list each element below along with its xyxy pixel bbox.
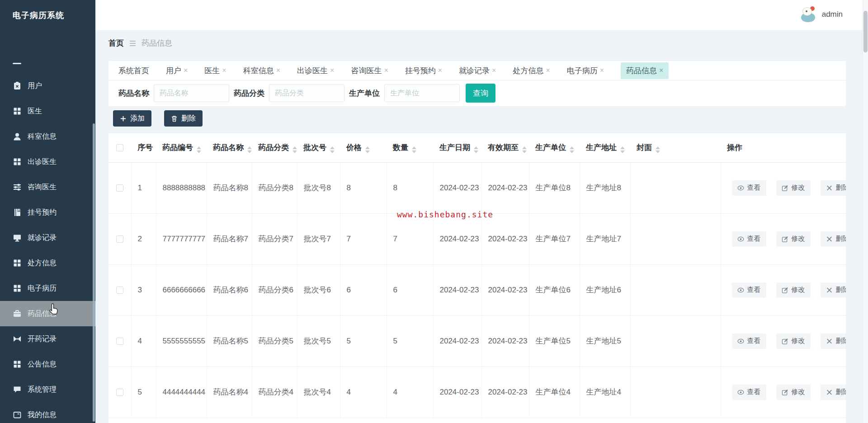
close-icon[interactable]: × [330,67,334,74]
tab-visiting-doctors[interactable]: 出诊医生× [297,66,334,76]
breadcrumb-home[interactable]: 首页 [108,38,124,48]
select-all-checkbox[interactable] [116,144,123,151]
sort-icon[interactable] [620,146,625,153]
sidebar-item-system[interactable]: 系统管理 [0,377,95,402]
sort-icon[interactable] [292,146,297,153]
app-title: 电子病历系统 [13,10,64,21]
sidebar-item-label: 公告信息 [28,360,57,369]
row-delete-button[interactable]: 删除 [821,282,846,298]
sidebar-item-users[interactable]: 用户 [0,73,95,99]
close-icon[interactable]: × [184,67,188,74]
eye-icon [737,185,744,191]
tab-emr[interactable]: 电子病历× [567,66,604,76]
add-button[interactable]: 添加 [113,110,151,127]
edit-icon [782,389,788,395]
sidebar-item-label: 出诊医生 [28,157,57,167]
tab-doctors[interactable]: 医生× [204,66,226,76]
table-row: 5 4444444444 药品名称4 药品分类4 批次号4 4 4 2024-0… [108,367,846,418]
table-row: 1 8888888888 药品名称8 药品分类8 批次号8 8 8 2024-0… [108,162,846,213]
tab-home[interactable]: 系统首页 [118,66,149,76]
sidebar-item-dispense-records[interactable]: 开药记录 [0,326,95,352]
view-button[interactable]: 查看 [732,180,766,196]
close-icon[interactable]: × [600,67,604,74]
tab-registration[interactable]: 挂号预约× [405,66,442,76]
query-button[interactable]: 查询 [466,84,495,103]
sidebar-item-consulting-doctors[interactable]: 咨询医生 [0,174,95,200]
row-delete-button[interactable]: 删除 [821,385,846,400]
drug-category-input[interactable] [269,84,344,102]
row-delete-button[interactable]: 删除 [821,231,846,247]
grid-icon [13,284,22,293]
col-qty: 数量 [387,133,433,162]
row-checkbox[interactable] [116,184,123,192]
grid-icon [13,157,22,166]
sidebar: 电子病历系统 用户 医生 科室信息 出诊医生 咨询医生 挂号预约 就诊记录 [0,0,95,423]
sidebar-scrollbar[interactable] [93,123,95,422]
row-checkbox[interactable] [116,287,123,294]
edit-button[interactable]: 修改 [776,334,811,349]
edit-button[interactable]: 修改 [776,282,811,298]
close-icon[interactable]: × [546,67,550,74]
row-checkbox[interactable] [116,338,123,345]
sort-icon[interactable] [197,146,201,153]
table-row: 4 5555555555 药品名称5 药品分类5 批次号5 5 5 2024-0… [108,315,846,367]
col-cover: 封面 [630,133,721,162]
view-button[interactable]: 查看 [732,385,766,400]
edit-button[interactable]: 修改 [776,385,811,400]
cover-cell [630,315,721,367]
sidebar-item-label: 开药记录 [28,334,57,344]
tab-departments[interactable]: 科室信息× [243,66,280,76]
manufacturer-input[interactable] [384,84,460,102]
close-icon[interactable]: × [659,67,663,74]
edit-button[interactable]: 修改 [776,180,811,196]
close-icon[interactable]: × [492,67,496,74]
row-delete-button[interactable]: 删除 [821,180,846,196]
drug-name-input[interactable] [154,84,229,102]
tab-visit-records[interactable]: 就诊记录× [459,66,496,76]
close-icon[interactable]: × [222,67,226,74]
sort-icon[interactable] [522,146,527,153]
sidebar-item-doctors[interactable]: 医生 [0,99,95,124]
sort-icon[interactable] [474,146,478,153]
close-icon[interactable]: × [384,67,388,74]
breadcrumb-current: 药品信息 [142,38,172,48]
sidebar-item-label: 药品信息 [28,309,57,319]
tab-consulting-doctors[interactable]: 咨询医生× [351,66,388,76]
tab-bar: 系统首页 用户× 医生× 科室信息× 出诊医生× 咨询医生× 挂号预约× 就诊记… [108,61,846,80]
page-scrollbar[interactable] [863,0,868,423]
row-delete-button[interactable]: 删除 [821,334,846,349]
view-button[interactable]: 查看 [732,334,766,349]
close-icon[interactable]: × [438,67,442,74]
sort-icon[interactable] [656,146,660,153]
sidebar-item-prescriptions[interactable]: 处方信息 [0,250,95,276]
sidebar-item-visiting-doctors[interactable]: 出诊医生 [0,149,95,174]
x-icon [826,389,833,395]
user-menu[interactable]: admin [800,6,843,23]
sort-icon[interactable] [247,146,252,153]
sidebar-item-visit-records[interactable]: 就诊记录 [0,225,95,250]
sidebar-item-my-info[interactable]: 我的信息 [0,402,95,423]
delete-button[interactable]: 删除 [164,110,203,127]
row-checkbox[interactable] [116,235,123,243]
notebook-icon [13,208,22,217]
tab-prescriptions[interactable]: 处方信息× [513,66,550,76]
sidebar-item-drugs[interactable]: 药品信息 [0,301,95,326]
view-button[interactable]: 查看 [732,231,766,247]
sidebar-item-departments[interactable]: 科室信息 [0,124,95,149]
sidebar-item-emr[interactable]: 电子病历 [0,276,95,301]
sidebar-item-announcements[interactable]: 公告信息 [0,352,95,377]
edit-button[interactable]: 修改 [776,231,811,247]
row-checkbox[interactable] [116,389,123,396]
tab-drugs[interactable]: 药品信息× [621,62,669,79]
sort-icon[interactable] [412,146,416,153]
close-icon[interactable]: × [276,67,280,74]
sort-icon[interactable] [330,146,335,153]
sort-icon[interactable] [570,146,574,153]
x-icon [826,236,833,242]
sidebar-item-registration[interactable]: 挂号预约 [0,200,95,225]
sort-icon[interactable] [365,146,370,153]
sidebar-item-label: 系统管理 [28,385,57,395]
tab-users[interactable]: 用户× [166,66,188,76]
page-scrollbar-thumb[interactable] [863,11,868,52]
view-button[interactable]: 查看 [732,282,766,298]
